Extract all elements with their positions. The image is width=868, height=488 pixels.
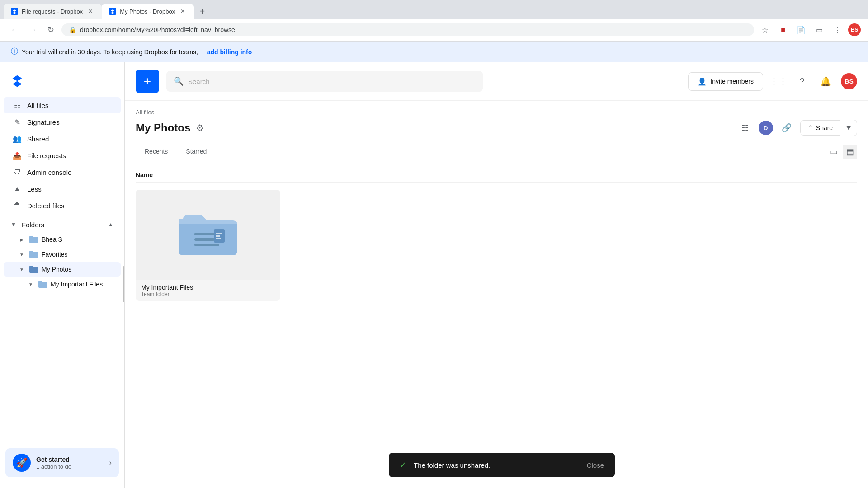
folder-expand-my-photos: ▼ <box>18 266 25 273</box>
tab-file-requests[interactable]: File requests - Dropbox ✕ <box>4 4 102 19</box>
tab-my-photos[interactable]: My Photos - Dropbox ✕ <box>102 4 194 19</box>
folder-card-preview <box>136 190 280 280</box>
toolbar: + 🔍 Search 👤 Invite members ⋮⋮ ? 🔔 BS <box>125 62 868 101</box>
tab-starred[interactable]: Starred <box>177 143 216 160</box>
sidebar-item-shared[interactable]: 👥 Shared <box>4 131 121 147</box>
bookmark-icon[interactable]: ☆ <box>758 23 772 37</box>
subfolder-my-important-files[interactable]: ▼ My Important Files <box>4 277 121 291</box>
sidebar: ☷ All files ✎ Signatures 👥 Shared 📤 File… <box>0 62 125 488</box>
create-button[interactable]: + <box>136 70 159 93</box>
share-button[interactable]: ⇧ Share <box>800 120 840 136</box>
folders-scroll-up[interactable]: ▲ <box>106 220 115 229</box>
folder-my-photos[interactable]: ▼ My Photos <box>4 262 121 277</box>
toast-check-icon: ✓ <box>400 460 406 470</box>
billing-link[interactable]: add billing info <box>207 48 252 56</box>
sidebar-item-label-shared: Shared <box>27 135 49 143</box>
sidebar-logo[interactable] <box>0 70 124 97</box>
grid-view-button[interactable]: ▤ <box>843 145 857 159</box>
folders-section: ▼ Folders ▲ ▶ Bhea S ▼ <box>0 217 124 291</box>
toast-close-button[interactable]: Close <box>587 461 604 469</box>
get-started-text: Get started 1 action to do <box>36 456 104 470</box>
table-view-icon[interactable]: ☷ <box>737 120 753 136</box>
svg-rect-4 <box>216 233 222 234</box>
cast-icon[interactable]: ▭ <box>812 23 826 37</box>
toast-message: The folder was unshared. <box>414 461 580 469</box>
sidebar-item-deleted-files[interactable]: 🗑 Deleted files <box>4 197 121 214</box>
folder-label-my-photos: My Photos <box>42 266 71 273</box>
sidebar-item-signatures[interactable]: ✎ Signatures <box>4 114 121 130</box>
invite-members-button[interactable]: 👤 Invite members <box>688 72 763 91</box>
folders-collapse-icon: ▼ <box>9 220 18 229</box>
extension-icon-1[interactable]: ■ <box>776 23 790 37</box>
sidebar-item-label-file-requests: File requests <box>27 152 66 160</box>
share-label: Share <box>816 124 833 131</box>
folder-expand-favorites: ▼ <box>18 251 25 258</box>
main-content: + 🔍 Search 👤 Invite members ⋮⋮ ? 🔔 BS <box>125 62 868 488</box>
list-view-button[interactable]: ▭ <box>826 145 841 159</box>
tabs-bar: Recents Starred ▭ ▤ <box>125 143 868 160</box>
folder-header-right: ☷ D 🔗 ⇧ Share ▼ <box>737 120 857 136</box>
svg-rect-6 <box>216 238 221 239</box>
tab-title-2: My Photos - Dropbox <box>120 8 175 15</box>
less-toggle[interactable]: ▲ Less <box>4 181 121 197</box>
sidebar-item-admin-console[interactable]: 🛡 Admin console <box>4 164 121 180</box>
forward-button[interactable]: → <box>25 23 40 37</box>
name-column-header[interactable]: Name <box>136 171 153 178</box>
folder-card-body: My Important Files Team folder <box>136 280 280 301</box>
nav-icons: ☆ ■ 📄 ▭ ⋮ BS <box>758 23 861 37</box>
subfolder-expand: ▼ <box>27 281 34 288</box>
profile-icon[interactable]: BS <box>848 23 861 36</box>
lock-icon: 🔒 <box>69 26 76 33</box>
sidebar-item-all-files[interactable]: ☷ All files <box>4 97 121 113</box>
help-icon[interactable]: ? <box>794 73 810 89</box>
sidebar-item-label-admin: Admin console <box>27 169 71 176</box>
folder-expand-bhea: ▶ <box>18 236 25 243</box>
sidebar-item-label-signatures: Signatures <box>27 118 60 126</box>
menu-icon[interactable]: ⋮ <box>830 23 844 37</box>
back-button[interactable]: ← <box>7 23 22 37</box>
member-avatar[interactable]: D <box>759 121 773 135</box>
file-list-header: Name ↑ <box>136 168 857 183</box>
sidebar-item-label-all-files: All files <box>27 102 49 109</box>
file-grid: My Important Files Team folder <box>136 186 857 301</box>
breadcrumb-all-files[interactable]: All files <box>136 109 154 116</box>
tab-favicon-2 <box>109 8 116 15</box>
folder-card-my-important-files[interactable]: My Important Files Team folder <box>136 190 280 301</box>
address-bar[interactable]: 🔒 dropbox.com/home/My%20Photos?di=left_n… <box>61 23 754 36</box>
search-box[interactable]: 🔍 Search <box>166 71 483 92</box>
invite-icon: 👤 <box>698 77 707 86</box>
folder-icon-bhea <box>29 235 38 244</box>
search-placeholder: Search <box>188 78 210 85</box>
svg-rect-5 <box>216 235 220 237</box>
deleted-files-label: Deleted files <box>27 202 65 210</box>
get-started-title: Get started <box>36 456 104 463</box>
apps-icon[interactable]: ⋮⋮ <box>770 73 787 89</box>
view-controls: ▭ ▤ <box>826 145 857 159</box>
reload-button[interactable]: ↻ <box>43 23 58 37</box>
notifications-icon[interactable]: 🔔 <box>817 73 834 89</box>
sidebar-item-file-requests[interactable]: 📤 File requests <box>4 147 121 164</box>
app-layout: ☷ All files ✎ Signatures 👥 Shared 📤 File… <box>0 62 868 488</box>
folders-header[interactable]: ▼ Folders ▲ <box>0 217 124 232</box>
copy-link-icon[interactable]: 🔗 <box>778 120 795 136</box>
folder-settings-icon[interactable]: ⚙ <box>196 122 204 133</box>
tab-title-1: File requests - Dropbox <box>22 8 83 15</box>
user-avatar[interactable]: BS <box>841 73 857 89</box>
folder-bhea-s[interactable]: ▶ Bhea S <box>4 232 121 247</box>
browser-chrome: File requests - Dropbox ✕ My Photos - Dr… <box>0 0 868 42</box>
tab-close-1[interactable]: ✕ <box>86 7 94 15</box>
plus-icon: + <box>144 74 151 89</box>
folder-favorites[interactable]: ▼ Favorites <box>4 247 121 262</box>
share-dropdown-button[interactable]: ▼ <box>840 120 857 136</box>
extension-icon-2[interactable]: 📄 <box>794 23 808 37</box>
tab-close-2[interactable]: ✕ <box>179 7 187 15</box>
new-tab-button[interactable]: + <box>196 5 208 18</box>
tab-recents[interactable]: Recents <box>136 143 177 160</box>
get-started-panel[interactable]: 🚀 Get started 1 action to do › <box>5 448 119 477</box>
folder-card-name: My Important Files <box>141 284 275 291</box>
tab-bar: File requests - Dropbox ✕ My Photos - Dr… <box>0 0 868 19</box>
sidebar-scrollbar[interactable] <box>123 266 124 302</box>
folder-label-favorites: Favorites <box>42 251 68 258</box>
less-label: Less <box>27 185 42 193</box>
shared-icon: 👥 <box>13 134 22 143</box>
